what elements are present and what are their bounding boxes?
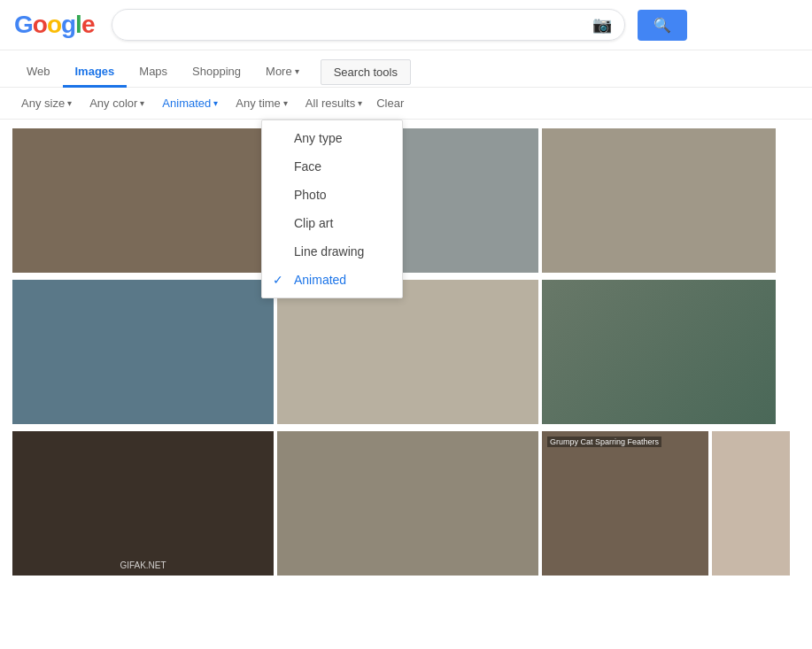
grumpy-sparring-label: Grumpy Cat Sparring Feathers <box>547 437 661 447</box>
image-item[interactable] <box>277 431 538 576</box>
filter-bar: Any size ▾ Any color ▾ Animated ▾ Any ti… <box>0 88 812 120</box>
search-button[interactable]: 🔍 <box>638 10 687 41</box>
search-tools-button[interactable]: Search tools <box>321 59 411 85</box>
image-item[interactable] <box>277 280 538 424</box>
color-filter[interactable]: Any color ▾ <box>82 93 151 113</box>
type-option-animated[interactable]: ✓ Animated <box>262 266 402 294</box>
image-row-2 <box>7 278 805 426</box>
size-chevron-icon: ▾ <box>67 98 72 108</box>
image-item[interactable] <box>712 431 790 576</box>
image-item[interactable]: Grumpy Cat Sparring Feathers <box>542 431 708 576</box>
nav-tabs: Web Images Maps Shopping More ▾ Search t… <box>0 50 812 88</box>
image-grid: GIFAK.NET Grumpy Cat Sparring Feathers <box>0 120 812 584</box>
image-row-3: GIFAK.NET Grumpy Cat Sparring Feathers <box>7 429 805 577</box>
image-row-1 <box>7 127 805 274</box>
image-item[interactable]: GIFAK.NET <box>12 431 274 576</box>
type-dropdown: Any type Face Photo Clip art Line drawin… <box>261 120 403 298</box>
type-chevron-icon: ▾ <box>213 98 218 108</box>
google-logo: Google <box>14 11 94 39</box>
size-filter[interactable]: Any size ▾ <box>14 93 79 113</box>
tab-images[interactable]: Images <box>63 58 128 88</box>
tab-more[interactable]: More ▾ <box>253 58 312 88</box>
time-filter[interactable]: Any time ▾ <box>228 93 295 113</box>
image-item[interactable] <box>542 128 776 273</box>
tab-maps[interactable]: Maps <box>127 58 180 88</box>
type-option-any[interactable]: Any type <box>262 124 402 152</box>
search-box: Grumpy Cat 📷 <box>112 9 625 41</box>
search-input[interactable]: Grumpy Cat <box>125 17 585 33</box>
results-chevron-icon: ▾ <box>358 98 362 108</box>
type-filter[interactable]: Animated ▾ <box>155 93 225 113</box>
tab-web[interactable]: Web <box>14 58 63 88</box>
type-option-photo[interactable]: Photo <box>262 181 402 209</box>
type-option-face[interactable]: Face <box>262 152 402 181</box>
image-item[interactable] <box>12 280 274 424</box>
chevron-down-icon: ▾ <box>295 66 299 76</box>
results-filter[interactable]: All results ▾ <box>298 93 369 113</box>
image-item[interactable] <box>12 128 274 273</box>
image-item[interactable] <box>542 280 776 424</box>
type-option-clipart[interactable]: Clip art <box>262 209 402 237</box>
check-icon: ✓ <box>273 273 283 287</box>
header: Google Grumpy Cat 📷 🔍 <box>0 0 812 50</box>
time-chevron-icon: ▾ <box>283 98 288 108</box>
tab-shopping[interactable]: Shopping <box>180 58 253 88</box>
clear-filter[interactable]: Clear <box>376 97 404 110</box>
type-option-linedrawing[interactable]: Line drawing <box>262 237 402 266</box>
camera-icon[interactable]: 📷 <box>592 15 612 35</box>
gifak-label: GIFAK.NET <box>120 560 166 570</box>
color-chevron-icon: ▾ <box>140 98 144 108</box>
